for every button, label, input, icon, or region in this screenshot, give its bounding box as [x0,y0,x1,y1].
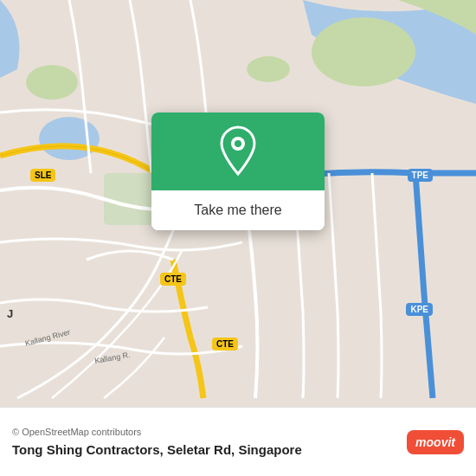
bottom-bar: © OpenStreetMap contributors Tong Shing … [0,407,476,476]
svg-point-1 [39,117,100,160]
svg-point-3 [26,65,78,100]
highway-label-cte2: CTE [212,338,238,351]
location-pin-icon [216,125,260,177]
osm-credit: © OpenStreetMap contributors [12,427,464,437]
highway-label-cte1: CTE [160,273,186,286]
svg-point-9 [235,140,241,147]
location-name: Tong Shing Contractors, Seletar Rd, Sing… [12,442,464,457]
map-container: Kallang River Kallang R. SLE CTE CTE TPE… [0,0,476,407]
moovit-logo: moovit [407,430,464,454]
popup-icon-area [151,113,325,190]
popup-card: Take me there [151,113,325,230]
svg-point-5 [247,56,290,82]
highway-label-sle: SLE [30,169,55,182]
highway-label-tpe: TPE [408,169,433,182]
moovit-label: moovit [415,435,455,449]
highway-label-kpe: KPE [406,303,433,316]
take-me-there-button[interactable]: Take me there [151,190,325,230]
svg-point-2 [312,17,415,87]
map-label-j: J [7,307,13,320]
